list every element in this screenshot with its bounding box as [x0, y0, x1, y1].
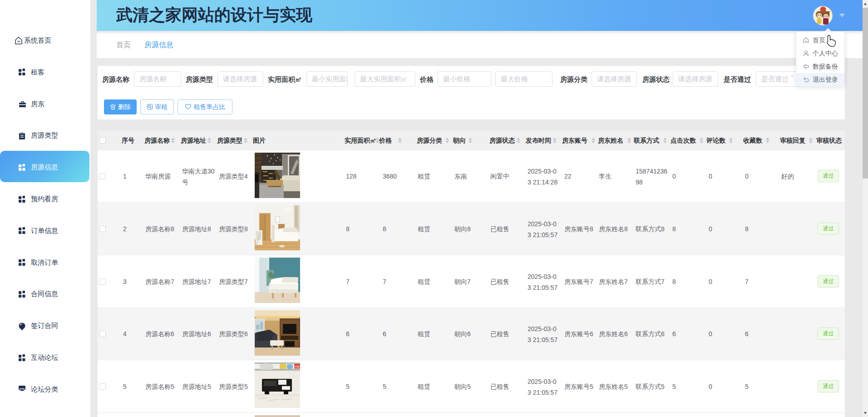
svg-text:95折: 95折: [294, 365, 300, 368]
